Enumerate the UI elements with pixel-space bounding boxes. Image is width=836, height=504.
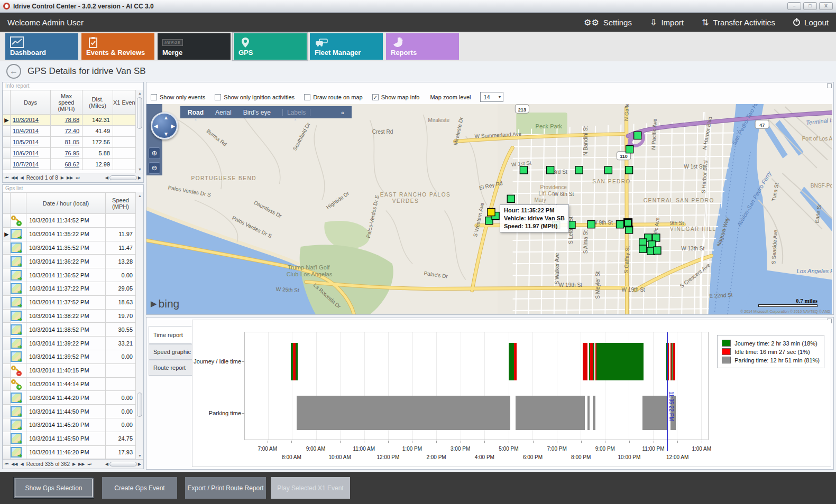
- checkbox-show-map-info[interactable]: ✓Show map info: [372, 94, 420, 100]
- tab-merge[interactable]: MERGEMerge: [158, 33, 231, 60]
- time-cursor[interactable]: [667, 332, 668, 451]
- map-zoom-in-button[interactable]: ⊕: [149, 147, 160, 159]
- gps-marker[interactable]: [616, 221, 623, 228]
- info-col-header[interactable]: Days: [11, 90, 51, 115]
- info-nav-button[interactable]: ⏮: [5, 175, 8, 181]
- info-row[interactable]: 10/6/201476.955.88: [3, 148, 136, 159]
- gps-row[interactable]: 10/3/2014 11:44:50 PM0.00: [3, 405, 136, 418]
- map-canvas[interactable]: MiralesteCrest RdBurma RdSouthfield DrMi…: [146, 104, 832, 314]
- gps-nav-button[interactable]: ◀◀: [11, 462, 17, 466]
- gps-marker[interactable]: [654, 247, 661, 254]
- info-row[interactable]: ▶10/3/201478.68142.31: [3, 115, 136, 126]
- gps-row[interactable]: 10/3/2014 11:36:52 PM0.00: [3, 268, 136, 282]
- info-report-scrollbar[interactable]: ▲ ▼: [135, 90, 143, 173]
- tab-reports[interactable]: Reports: [386, 33, 459, 60]
- gps-row[interactable]: 10/3/2014 11:37:52 PM18.63: [3, 295, 136, 309]
- gps-row[interactable]: ▶10/3/2014 11:35:22 PM11.97: [3, 227, 136, 241]
- info-col-header[interactable]: Maxspeed(MPH): [51, 90, 82, 115]
- bing-map[interactable]: MiralesteCrest RdBurma RdSouthfield DrMi…: [146, 104, 832, 314]
- gps-marker[interactable]: [507, 195, 515, 202]
- gps-nav-button[interactable]: ▶: [72, 462, 76, 466]
- create-gps-event-button[interactable]: Create Gps Event: [102, 477, 177, 499]
- gps-nav-button[interactable]: ⏭: [87, 462, 91, 467]
- menu-item-logout[interactable]: Logout: [793, 18, 829, 27]
- gps-row[interactable]: 10/3/2014 11:38:22 PM19.70: [3, 309, 136, 323]
- info-nav-button[interactable]: ◀◀: [11, 175, 17, 180]
- gps-row[interactable]: 10/3/2014 11:45:50 PM24.75: [3, 432, 136, 445]
- gps-row[interactable]: 10/3/2014 11:37:22 PM29.05: [3, 282, 136, 295]
- info-hscroll[interactable]: ◀▶: [105, 175, 141, 180]
- gps-row[interactable]: 10/3/2014 11:35:52 PM11.47: [3, 241, 136, 255]
- gps-nav-button[interactable]: ⏮: [5, 462, 8, 467]
- chart-tab-time-report[interactable]: Time report: [149, 326, 192, 344]
- gps-row[interactable]: 10/3/2014 11:36:22 PM13.28: [3, 255, 136, 268]
- map-zoom-level-select[interactable]: 14: [480, 92, 503, 102]
- menu-item-transfer-activities[interactable]: ⇅Transfer Activities: [702, 18, 775, 27]
- tab-dashboard[interactable]: Dashboard: [5, 33, 78, 60]
- info-row[interactable]: 10/4/201472.4041.49: [3, 126, 136, 137]
- maximize-icon[interactable]: [827, 83, 832, 88]
- gps-marker[interactable]: [547, 166, 554, 174]
- chart-tab-route-report[interactable]: Route report: [149, 360, 192, 376]
- checkbox-draw-route-on-map[interactable]: Draw route on map: [304, 94, 363, 100]
- gps-col-header[interactable]: Date / hour (local): [26, 193, 106, 214]
- gps-marker[interactable]: [568, 221, 575, 229]
- gps-marker[interactable]: [604, 166, 612, 174]
- info-nav-button[interactable]: ▶: [61, 175, 64, 180]
- close-button[interactable]: X: [819, 2, 833, 10]
- gps-marker[interactable]: [520, 166, 527, 174]
- info-row[interactable]: 10/5/201481.05172.56: [3, 137, 136, 148]
- back-button[interactable]: ←: [6, 64, 21, 79]
- info-nav-button[interactable]: ⏭: [76, 175, 79, 181]
- gps-marker[interactable]: [626, 146, 633, 153]
- info-report-record-nav[interactable]: ⏮◀◀◀Record 1 of 8▶▶▶⏭◀▶: [3, 173, 143, 182]
- checkbox-show-only-events[interactable]: Show only events: [151, 94, 205, 100]
- info-col-header[interactable]: Dist.(Miles): [82, 90, 113, 115]
- gps-marker[interactable]: [587, 221, 595, 228]
- gps-marker[interactable]: [639, 245, 647, 253]
- export-print-route-report-button[interactable]: Export / Print Route Report: [185, 477, 266, 499]
- menu-item-settings[interactable]: ⚙⚙Settings: [584, 18, 632, 27]
- gps-hscroll[interactable]: ◀▶: [105, 462, 141, 466]
- gps-marker[interactable]: [634, 132, 641, 139]
- menu-item-import[interactable]: ⇩Import: [650, 18, 684, 27]
- map-zoom-out-button[interactable]: ⊖: [149, 162, 160, 174]
- gps-row[interactable]: ➜10/3/2014 11:44:14 PM: [3, 377, 136, 391]
- gps-marker-selected[interactable]: [624, 219, 632, 227]
- gps-list-scrollbar[interactable]: ▲ ▼: [135, 192, 143, 459]
- maximize-button[interactable]: □: [803, 2, 817, 10]
- tab-events-reviews[interactable]: Events & Reviews: [81, 33, 154, 60]
- tab-gps[interactable]: GPS: [234, 33, 307, 60]
- gps-marker[interactable]: [626, 166, 633, 174]
- gps-row[interactable]: −10/3/2014 11:40:15 PM: [3, 363, 136, 377]
- gps-nav-button[interactable]: ▶▶: [78, 462, 85, 466]
- info-row[interactable]: 10/7/201468.6212.99: [3, 159, 136, 170]
- gps-row[interactable]: 10/3/2014 11:38:52 PM30.55: [3, 323, 136, 337]
- info-col-header[interactable]: X1 Events: [113, 90, 136, 115]
- map-view-aerial[interactable]: Aerial: [215, 109, 232, 116]
- minimize-button[interactable]: –: [787, 2, 801, 10]
- gps-row[interactable]: +10/3/2014 11:34:52 PM: [3, 214, 136, 228]
- map-view-road[interactable]: Road: [188, 109, 204, 116]
- gps-col-header[interactable]: Speed(MPH): [106, 193, 136, 214]
- gps-row[interactable]: 10/3/2014 11:46:20 PM17.93: [3, 445, 136, 459]
- info-nav-button[interactable]: ◀: [21, 175, 24, 180]
- toolbar-collapse-button[interactable]: «: [341, 109, 344, 116]
- info-report-table[interactable]: DaysMaxspeed(MPH)Dist.(Miles)X1 Events▶1…: [3, 90, 136, 170]
- gps-marker[interactable]: [653, 234, 660, 241]
- timeline-plot[interactable]: 11:35:22 PM: [244, 332, 709, 440]
- chart-tab-speed-graphic[interactable]: Speed graphic: [149, 344, 192, 360]
- gps-marker[interactable]: [575, 166, 583, 174]
- checkbox-show-only-ignition-activities[interactable]: Show only ignition activities: [215, 94, 295, 100]
- show-gps-selection-button[interactable]: Show Gps Selection: [13, 477, 94, 499]
- gps-row[interactable]: 10/3/2014 11:45:20 PM0.00: [3, 418, 136, 432]
- gps-row[interactable]: 10/3/2014 11:44:20 PM0.00: [3, 391, 136, 405]
- gps-row[interactable]: 10/3/2014 11:39:52 PM0.00: [3, 350, 136, 363]
- gps-marker-current[interactable]: [488, 208, 495, 216]
- info-nav-button[interactable]: ▶▶: [67, 175, 73, 180]
- map-view-bird-s-eye[interactable]: Bird's eye: [243, 109, 271, 116]
- gps-row[interactable]: 10/3/2014 11:39:22 PM33.21: [3, 337, 136, 350]
- gps-list-record-nav[interactable]: ⏮◀◀◀Record 335 of 362▶▶▶⏭◀▶: [3, 459, 143, 469]
- tab-fleet-manager[interactable]: Fleet Manager: [310, 33, 383, 60]
- gps-nav-button[interactable]: ◀: [21, 462, 24, 466]
